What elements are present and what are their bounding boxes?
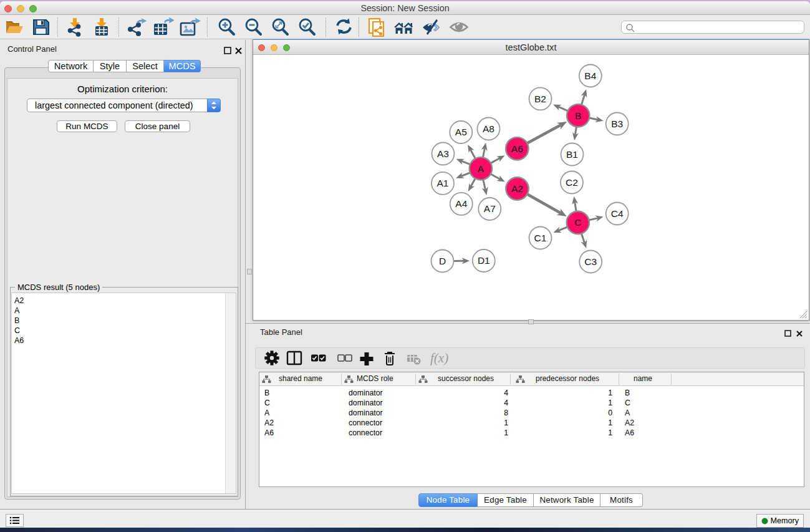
svg-text:A5: A5 <box>455 127 467 137</box>
svg-text:A: A <box>478 163 485 174</box>
svg-text:C2: C2 <box>566 177 578 188</box>
svg-text:C: C <box>574 217 581 228</box>
svg-text:A7: A7 <box>484 203 496 214</box>
svg-text:A2: A2 <box>511 183 523 194</box>
svg-text:B1: B1 <box>566 149 578 160</box>
svg-text:C1: C1 <box>534 233 547 243</box>
svg-text:D: D <box>439 256 446 266</box>
svg-text:A4: A4 <box>455 198 467 209</box>
svg-text:B: B <box>575 110 581 121</box>
svg-text:A3: A3 <box>437 148 449 159</box>
svg-text:B4: B4 <box>584 70 596 81</box>
svg-text:C3: C3 <box>584 256 597 267</box>
svg-text:B2: B2 <box>534 94 546 104</box>
svg-text:A6: A6 <box>511 143 523 154</box>
svg-text:D1: D1 <box>478 255 490 266</box>
svg-text:A1: A1 <box>437 178 449 188</box>
svg-text:f(x): f(x) <box>430 351 448 365</box>
svg-text:A8: A8 <box>483 123 494 134</box>
svg-text:B3: B3 <box>611 118 623 129</box>
svg-text:C4: C4 <box>611 208 624 219</box>
